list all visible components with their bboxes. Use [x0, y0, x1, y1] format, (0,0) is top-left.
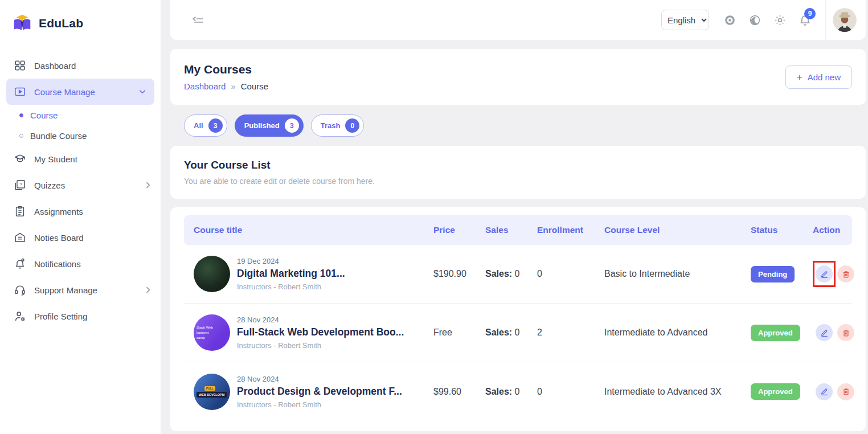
sidebar-item-support-manage[interactable]: Support Manage: [0, 277, 161, 303]
table-header-row: Course title Price Sales Enrollment Cour…: [184, 215, 852, 245]
table-row: 19 Dec 2024 Digital Marketing 101... Ins…: [184, 245, 852, 304]
filter-label: All: [194, 121, 203, 130]
course-date: 28 Nov 2024: [237, 316, 404, 324]
sidebar-item-label: Noties Board: [34, 233, 84, 243]
col-price: Price: [433, 225, 485, 235]
course-list-title: Your Course List: [184, 159, 852, 171]
sidebar-item-label: Notifications: [34, 259, 81, 269]
topbar-divider: [825, 0, 826, 40]
filter-tab-trash[interactable]: Trash 0: [311, 114, 365, 137]
sidebar-item-bundle-course[interactable]: Bundle Course: [0, 125, 161, 146]
grid-icon: [14, 59, 26, 72]
course-level: Intermediate to Advanced 3X: [604, 387, 751, 397]
course-sales: Sales: 0: [485, 327, 537, 338]
student-icon: [14, 153, 26, 165]
breadcrumb-current: Course: [241, 81, 268, 91]
course-instructor: Instructors - Robert Smith: [237, 282, 345, 291]
sidebar-item-notifications[interactable]: Notifications: [0, 251, 161, 277]
col-status: Status: [751, 225, 813, 235]
sidebar-item-label: Course: [30, 110, 58, 120]
delete-button[interactable]: [837, 324, 854, 341]
edit-highlight-box: [813, 320, 836, 346]
breadcrumb-separator: »: [231, 81, 235, 91]
delete-button[interactable]: [837, 383, 854, 400]
course-sales: Sales: 0: [485, 387, 537, 397]
course-list-header-card: Your Course List You are able to create …: [170, 146, 866, 199]
headset-icon: [14, 284, 26, 296]
chevron-right-icon: [144, 285, 153, 294]
filter-tab-all[interactable]: All 3: [184, 114, 227, 137]
sidebar-item-label: Quizzes: [34, 181, 65, 190]
add-new-label: Add new: [808, 72, 841, 82]
sidebar-item-noties-board[interactable]: Noties Board: [0, 224, 161, 251]
sidebar-item-my-student[interactable]: My Student: [0, 146, 161, 172]
course-thumbnail: Stack Weblopmentcamp: [194, 314, 230, 351]
col-enrollment: Enrollment: [537, 225, 604, 235]
col-course-title: Course title: [194, 225, 433, 235]
notice-board-icon: [14, 231, 26, 244]
filter-count-badge: 3: [208, 118, 223, 133]
sidebar-item-label: Assignments: [34, 207, 83, 216]
sidebar-item-profile-setting[interactable]: Profile Setting: [0, 303, 161, 329]
assignment-icon: [14, 205, 26, 218]
edit-button[interactable]: [816, 383, 833, 400]
page-title: My Courses: [184, 63, 268, 76]
status-badge: Pending: [751, 266, 795, 282]
plus-icon: +: [797, 72, 803, 82]
course-level: Intermediate to Advanced: [604, 327, 751, 338]
sidebar-item-quizzes[interactable]: ?Quizzes: [0, 172, 161, 198]
bullet-icon: [19, 113, 23, 117]
sidebar-item-dashboard[interactable]: Dashboard: [0, 52, 161, 79]
quiz-icon: ?: [14, 179, 26, 191]
delete-button[interactable]: [837, 265, 854, 282]
course-level: Basic to Intermediate: [604, 269, 751, 279]
filter-label: Trash: [321, 121, 341, 130]
course-price: Free: [433, 327, 485, 338]
filter-tabs: All 3Published 3Trash 0: [184, 114, 866, 137]
breadcrumb-dashboard-link[interactable]: Dashboard: [184, 81, 226, 91]
sidebar-item-label: Bundle Course: [30, 131, 87, 141]
table-body: 19 Dec 2024 Digital Marketing 101... Ins…: [184, 245, 852, 421]
sidebar-item-label: Dashboard: [34, 61, 76, 71]
course-sales: Sales: 0: [485, 269, 537, 279]
bell-dot-icon: [14, 257, 26, 270]
sidebar-item-course[interactable]: Course: [0, 105, 161, 125]
course-enrollment: 0: [537, 387, 604, 397]
bullet-icon: [19, 134, 23, 138]
dark-mode-icon[interactable]: [742, 7, 767, 32]
video-course-icon: [14, 85, 26, 98]
sidebar: EduLab DashboardCourse ManageCourseBundl…: [0, 0, 161, 434]
visibility-icon[interactable]: [717, 7, 742, 32]
course-title[interactable]: Digital Marketing 101...: [237, 268, 345, 280]
course-title[interactable]: Product Design & Development F...: [237, 386, 402, 398]
chevron-right-icon: [144, 181, 153, 190]
edit-highlight-box: [813, 261, 836, 287]
sidebar-item-assignments[interactable]: Assignments: [0, 198, 161, 224]
sidebar-item-course-manage[interactable]: Course Manage: [6, 79, 154, 105]
edit-highlight-box: [813, 379, 836, 405]
course-enrollment: 2: [537, 327, 604, 338]
filter-count-badge: 0: [345, 118, 359, 133]
app-logo: EduLab: [0, 0, 161, 44]
course-title[interactable]: Full-Stack Web Development Boo...: [237, 326, 404, 338]
filter-count-badge: 3: [285, 118, 299, 133]
user-gear-icon: [14, 310, 26, 322]
add-new-button[interactable]: + Add new: [785, 65, 852, 89]
course-thumbnail: [194, 256, 230, 292]
app-name: EduLab: [39, 17, 83, 30]
sidebar-nav: DashboardCourse ManageCourseBundle Cours…: [0, 44, 161, 329]
course-instructor: Instructors - Robert Smith: [237, 341, 404, 350]
sidebar-item-label: Course Manage: [34, 87, 95, 97]
filter-tab-published[interactable]: Published 3: [235, 114, 304, 137]
settings-icon[interactable]: [767, 7, 792, 32]
sidebar-item-label: My Student: [34, 154, 77, 164]
notifications-icon[interactable]: 9: [792, 7, 817, 32]
edit-button[interactable]: [816, 265, 833, 282]
collapse-sidebar-icon[interactable]: [185, 7, 210, 32]
user-avatar[interactable]: [833, 8, 857, 32]
language-select[interactable]: English: [661, 10, 709, 30]
edit-button[interactable]: [816, 324, 833, 341]
sidebar-item-label: Profile Setting: [34, 312, 87, 321]
status-badge: Approved: [751, 325, 800, 341]
filter-label: Published: [244, 121, 280, 130]
